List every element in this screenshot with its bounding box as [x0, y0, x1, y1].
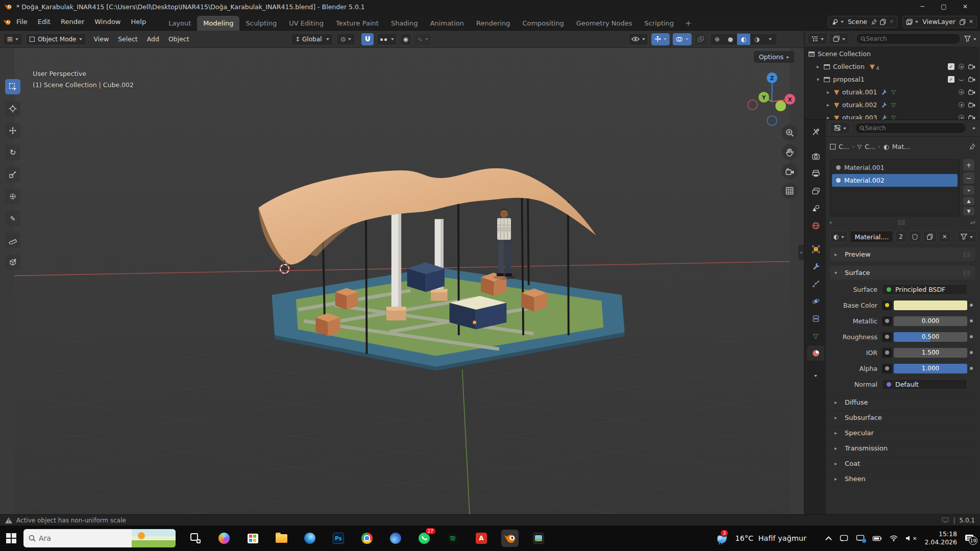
breadcrumb-material[interactable]: Mat...: [892, 143, 910, 151]
tab-compositing[interactable]: Compositing: [516, 16, 570, 31]
outliner-search[interactable]: [856, 33, 961, 44]
ior-socket[interactable]: [882, 348, 892, 358]
tool-transform[interactable]: [5, 189, 20, 204]
unlink-material-button[interactable]: ✕: [939, 231, 951, 243]
outliner-search-input[interactable]: [866, 35, 956, 42]
shading-dropdown[interactable]: [764, 34, 777, 45]
photos-icon[interactable]: [530, 530, 547, 547]
properties-search-input[interactable]: [865, 124, 962, 132]
breadcrumb-object[interactable]: C...: [839, 143, 849, 151]
tab-constraints[interactable]: [807, 311, 824, 326]
proportional-falloff-dropdown[interactable]: ∿: [414, 33, 431, 45]
outliner-row-scene-collection[interactable]: Scene Collection: [804, 47, 979, 60]
tab-particles[interactable]: [807, 276, 824, 291]
tab-scripting[interactable]: Scripting: [639, 16, 680, 31]
tab-world[interactable]: [807, 218, 824, 233]
gizmo-z-negative[interactable]: [767, 115, 777, 126]
snap-toggle[interactable]: [361, 33, 374, 45]
tab-layout[interactable]: Layout: [162, 16, 197, 31]
keyframe-dot[interactable]: [967, 351, 975, 354]
tab-object-data[interactable]: ▽: [807, 328, 824, 343]
xray-toggle[interactable]: [695, 33, 707, 45]
menu-object[interactable]: Object: [164, 35, 194, 43]
photoshop-icon[interactable]: Ps: [330, 530, 347, 547]
spotify-icon[interactable]: [444, 530, 461, 547]
menu-edit[interactable]: Edit: [33, 15, 56, 28]
alpha-socket[interactable]: [882, 364, 892, 373]
gizmos-toggle[interactable]: [651, 33, 670, 45]
unlink-scene-icon[interactable]: ✕: [889, 18, 894, 25]
tab-geometry-nodes[interactable]: Geometry Nodes: [570, 16, 639, 31]
base-color-socket[interactable]: [882, 300, 892, 310]
slot-specials-button[interactable]: [963, 186, 974, 195]
visibility-dropdown[interactable]: [628, 33, 648, 45]
roughness-slider[interactable]: 0.500: [894, 332, 967, 342]
mode-selector[interactable]: Object Mode: [26, 33, 86, 45]
tool-select-box[interactable]: [5, 79, 20, 94]
outliner-display-mode-button[interactable]: [829, 33, 849, 45]
collapse-icon[interactable]: ▾: [817, 77, 824, 82]
minimize-button[interactable]: ─: [912, 3, 933, 10]
specular-panel-header[interactable]: ▸Specular: [830, 426, 975, 439]
chrome-icon[interactable]: [358, 530, 376, 547]
outliner-row-oturak-003[interactable]: ▸ ▼ oturak.003 ▽: [804, 111, 979, 120]
tool-scale[interactable]: [5, 167, 20, 182]
tab-strip-overflow[interactable]: [807, 368, 824, 383]
tab-view-layer[interactable]: [807, 183, 824, 198]
duplicate-material-button[interactable]: [923, 231, 937, 243]
tab-modifiers[interactable]: [807, 259, 824, 274]
tab-object[interactable]: [807, 241, 824, 257]
collection-checkbox[interactable]: ✓: [948, 63, 954, 70]
subsurface-panel-header[interactable]: ▸Subsurface: [830, 411, 975, 424]
keyframe-dot[interactable]: [967, 335, 975, 338]
panel-filter-button[interactable]: [957, 231, 976, 243]
tab-modeling[interactable]: Modeling: [197, 16, 239, 31]
zoom-button[interactable]: [781, 124, 798, 141]
material-slot-1[interactable]: Material.001: [832, 161, 958, 174]
move-slot-up-button[interactable]: ▲: [963, 197, 974, 205]
shading-solid-button[interactable]: ●: [724, 34, 737, 45]
volume-muted-icon[interactable]: ✕: [905, 535, 917, 541]
proportional-edit-toggle[interactable]: ◉: [400, 33, 411, 45]
maximize-button[interactable]: ▢: [933, 3, 954, 10]
material-slot-2-selected[interactable]: Material.002: [832, 174, 958, 187]
gizmo-y-negative[interactable]: [775, 101, 786, 111]
overlays-toggle[interactable]: [673, 33, 692, 45]
shading-rendered-button[interactable]: ◑: [750, 34, 764, 45]
pin-icon[interactable]: [871, 19, 877, 25]
diffuse-panel-header[interactable]: ▸Diffuse: [830, 395, 975, 409]
properties-filter-dropdown[interactable]: [972, 128, 975, 131]
sidebar-collapse-arrow[interactable]: ‹: [798, 245, 804, 260]
disable-render-icon[interactable]: [968, 115, 975, 120]
taskbar-search[interactable]: [23, 529, 176, 547]
hide-viewport-icon[interactable]: [959, 115, 964, 120]
new-scene-icon[interactable]: [880, 19, 886, 25]
expand-icon[interactable]: ▸: [817, 64, 824, 69]
start-button[interactable]: [6, 533, 16, 543]
base-color-swatch[interactable]: [894, 300, 967, 310]
disable-render-icon[interactable]: [968, 77, 975, 82]
view-layer-selector[interactable]: ViewLayer ✕: [902, 16, 977, 28]
gizmo-x-axis[interactable]: X: [785, 94, 795, 105]
keyframe-dot[interactable]: [967, 319, 975, 322]
list-resize-grip[interactable]: ▸⣿⣿▴▾: [830, 218, 975, 226]
gizmo-x-negative[interactable]: [747, 99, 758, 110]
tab-shading[interactable]: Shading: [385, 16, 424, 31]
disable-render-icon[interactable]: [968, 89, 975, 95]
editor-type-button[interactable]: ⊞: [3, 33, 22, 45]
blender-menu-icon[interactable]: [3, 18, 11, 26]
shading-material-preview-button[interactable]: ◐: [737, 34, 750, 45]
acrobat-icon[interactable]: A: [473, 530, 490, 547]
expand-icon[interactable]: ▸: [827, 115, 834, 120]
roughness-socket[interactable]: [882, 332, 892, 342]
menu-view[interactable]: View: [89, 35, 114, 43]
tab-sculpting[interactable]: Sculpting: [239, 16, 283, 31]
keyframe-dot[interactable]: [967, 367, 975, 370]
orthographic-toggle-button[interactable]: [781, 183, 798, 199]
outliner-editor-type-button[interactable]: [807, 33, 828, 45]
menu-add[interactable]: Add: [142, 35, 164, 43]
tool-cursor[interactable]: [5, 101, 20, 116]
normal-input-button[interactable]: Default: [882, 379, 967, 390]
pan-hand-button[interactable]: [781, 144, 798, 160]
outliner-row-oturak-002[interactable]: ▸ ▼ oturak.002 ▽: [804, 98, 979, 111]
